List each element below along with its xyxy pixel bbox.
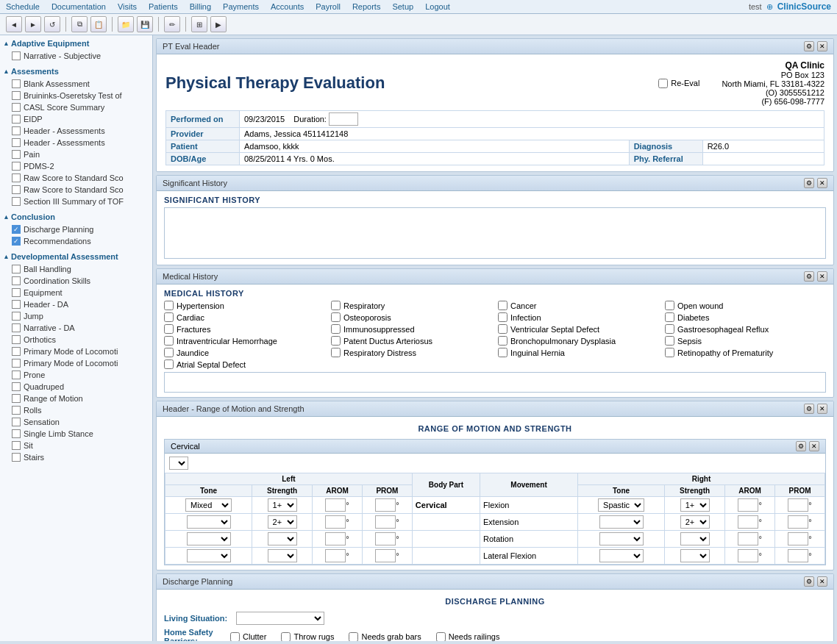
sidebar-item-raw1[interactable]: Raw Score to Standard Sco	[0, 172, 152, 184]
left-strength-0[interactable]: 011+22+33+44+5	[268, 498, 297, 512]
sidebar-item-eidp[interactable]: EIDP	[0, 113, 152, 125]
sidebar-item-primary2[interactable]: Primary Mode of Locomoti	[0, 357, 152, 369]
cb-med-3[interactable]	[665, 301, 674, 310]
cervical-select[interactable]	[169, 457, 188, 470]
toolbar-open[interactable]: 📁	[118, 16, 134, 32]
living-situation-select[interactable]	[236, 612, 324, 625]
nav-payments[interactable]: Payments	[223, 2, 259, 11]
cb-header-assess1[interactable]	[12, 126, 21, 135]
nav-documentation[interactable]: Documentation	[51, 2, 106, 11]
cb-med-6[interactable]	[498, 312, 507, 322]
sidebar-item-quadruped[interactable]: Quadruped	[0, 381, 152, 393]
sidebar-item-bruininks[interactable]: Bruininks-Oseretsky Test of	[0, 90, 152, 101]
cb-equipment[interactable]	[12, 288, 21, 297]
sidebar-item-orthotics[interactable]: Orthotics	[0, 334, 152, 346]
nav-accounts[interactable]: Accounts	[271, 2, 304, 11]
cb-sensation[interactable]	[12, 418, 21, 426]
cb-eidp[interactable]	[12, 115, 21, 124]
cb-blank[interactable]	[12, 79, 21, 88]
right-strength-1[interactable]: 011+22+33+44+5	[680, 515, 710, 529]
cb-med-18[interactable]	[498, 348, 507, 357]
sidebar-item-pain[interactable]: Pain	[0, 149, 152, 160]
cb-stairs[interactable]	[12, 453, 21, 462]
sidebar-header-conclusion[interactable]: ▴ Conclusion	[0, 210, 152, 223]
sidebar-item-equipment[interactable]: Equipment	[0, 287, 152, 298]
sidebar-item-pdms[interactable]: PDMS-2	[0, 160, 152, 172]
right-prom-input-1[interactable]	[788, 515, 808, 529]
sidebar-item-prone[interactable]: Prone	[0, 369, 152, 381]
toolbar-edit[interactable]: ✏	[164, 16, 180, 32]
sidebar-item-header-assess2[interactable]: Header - Assessments	[0, 137, 152, 149]
nav-billing[interactable]: Billing	[190, 2, 211, 11]
cb-ball[interactable]	[12, 265, 21, 273]
nav-setup[interactable]: Setup	[392, 2, 413, 11]
left-prom-input-1[interactable]	[375, 515, 396, 529]
right-prom-input-2[interactable]	[788, 532, 808, 545]
left-tone-2[interactable]	[187, 532, 231, 545]
toolbar-copy[interactable]: ⧉	[71, 16, 88, 32]
cb-range-of-motion[interactable]	[12, 394, 21, 403]
cb-primary2[interactable]	[12, 359, 21, 368]
cb-med-19[interactable]	[665, 348, 674, 357]
cb-med-0[interactable]	[164, 301, 174, 310]
cb-quadruped[interactable]	[12, 382, 21, 391]
right-arom-input-0[interactable]	[738, 498, 758, 512]
cb-sit[interactable]	[12, 441, 21, 450]
cb-med-7[interactable]	[665, 312, 674, 322]
sidebar-item-rolls[interactable]: Rolls	[0, 404, 152, 416]
cb-raw1[interactable]	[12, 173, 21, 182]
toolbar-forward[interactable]: ►	[25, 16, 41, 32]
toolbar-back[interactable]: ◄	[6, 16, 22, 32]
cb-rolls[interactable]	[12, 406, 21, 415]
panel-rom-settings[interactable]: ⚙	[804, 404, 814, 414]
left-arom-input-2[interactable]	[325, 532, 346, 545]
left-arom-input-3[interactable]	[325, 549, 346, 562]
panel-rom-close[interactable]: ✕	[817, 404, 827, 414]
cb-header-da[interactable]	[12, 300, 21, 309]
sidebar-item-section3[interactable]: Section III Summary of TOF	[0, 196, 152, 207]
sidebar-header-assessments[interactable]: ▴ Assesments	[0, 65, 152, 78]
right-arom-input-2[interactable]	[738, 532, 758, 545]
cb-orthotics[interactable]	[12, 335, 21, 344]
cb-discharge[interactable]: ✓	[12, 225, 21, 234]
panel-pt-eval-settings[interactable]: ⚙	[804, 41, 814, 51]
cb-med-4[interactable]	[164, 312, 174, 322]
cb-casl[interactable]	[12, 103, 21, 112]
sidebar-item-stairs[interactable]: Stairs	[0, 451, 152, 463]
cb-med-14[interactable]	[498, 336, 507, 346]
cb-barrier-3[interactable]	[436, 632, 446, 642]
sidebar-header-developmental[interactable]: ▴ Developmental Assessment	[0, 250, 152, 263]
sidebar-item-sit[interactable]: Sit	[0, 440, 152, 451]
sidebar-item-ball[interactable]: Ball Handling	[0, 263, 152, 275]
re-eval-checkbox[interactable]	[658, 79, 668, 88]
left-prom-input-2[interactable]	[375, 532, 396, 545]
cb-header-assess2[interactable]	[12, 138, 21, 147]
sidebar-item-primary1[interactable]: Primary Mode of Locomoti	[0, 346, 152, 357]
sidebar-item-range-of-motion[interactable]: Range of Motion	[0, 393, 152, 404]
sidebar-item-header-da[interactable]: Header - DA	[0, 298, 152, 310]
right-tone-1[interactable]	[599, 515, 644, 529]
right-prom-input-0[interactable]	[788, 498, 808, 512]
toolbar-run[interactable]: ▶	[210, 16, 227, 32]
nav-patients[interactable]: Patients	[149, 2, 178, 11]
cb-raw2[interactable]	[12, 185, 21, 194]
panel-discharge-close[interactable]: ✕	[817, 576, 827, 587]
left-tone-3[interactable]	[187, 549, 231, 562]
cb-jump[interactable]	[12, 312, 21, 321]
cb-med-1[interactable]	[331, 301, 341, 310]
cb-med-13[interactable]	[331, 336, 341, 346]
right-arom-input-1[interactable]	[738, 515, 758, 529]
cb-bruininks[interactable]	[12, 91, 21, 100]
cb-barrier-1[interactable]	[281, 632, 291, 642]
cb-med-16[interactable]	[164, 348, 174, 357]
nav-reports[interactable]: Reports	[352, 2, 381, 11]
cb-pain[interactable]	[12, 150, 21, 159]
panel-med-history-close[interactable]: ✕	[817, 271, 827, 282]
cb-med-15[interactable]	[665, 336, 674, 346]
left-tone-0[interactable]: FlaccidSpasticMixedNormal	[185, 498, 232, 512]
nav-schedule[interactable]: Schedule	[6, 2, 40, 11]
duration-input[interactable]	[329, 112, 358, 126]
cb-coord[interactable]	[12, 276, 21, 285]
cb-prone[interactable]	[12, 371, 21, 379]
sidebar-item-jump[interactable]: Jump	[0, 310, 152, 322]
